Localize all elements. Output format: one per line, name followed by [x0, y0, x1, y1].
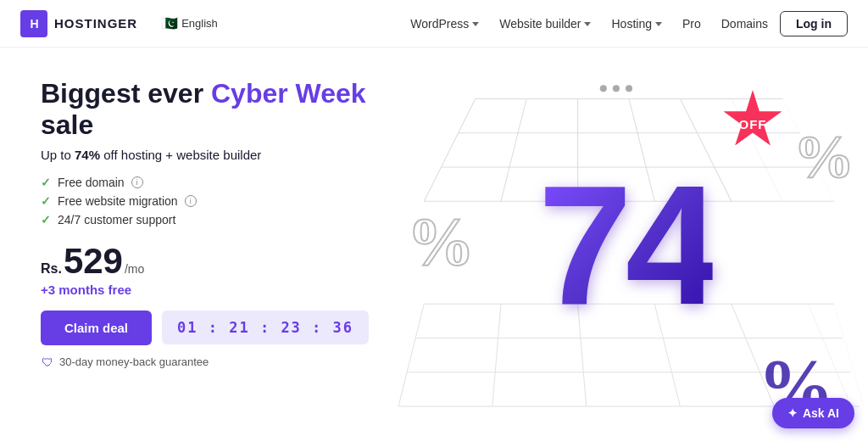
logo-area[interactable]: H HOSTINGER [20, 10, 137, 37]
info-icon[interactable]: i [131, 176, 143, 188]
price-currency: Rs. [41, 261, 62, 277]
check-icon: ✓ [41, 213, 51, 227]
percent-left-decoration: % [407, 208, 475, 276]
logo-text: HOSTINGER [54, 16, 137, 31]
nav-links: WordPress Website builder Hosting Pro Do… [402, 11, 848, 36]
nav-item-wordpress[interactable]: WordPress [402, 12, 487, 36]
svg-line-15 [398, 304, 424, 406]
hero-subheadline: Up to 74% off hosting + website builder [41, 148, 370, 162]
check-icon: ✓ [41, 176, 51, 189]
info-icon[interactable]: i [185, 195, 197, 207]
svg-point-24 [626, 85, 632, 92]
chevron-down-icon [584, 22, 591, 26]
star-icon: ✦ [787, 406, 798, 420]
headline-colored: Cyber Week [211, 78, 366, 109]
nav-label-wordpress: WordPress [410, 17, 469, 31]
nav-label-domains: Domains [721, 17, 768, 31]
countdown-timer: 01 : 21 : 23 : 36 [162, 311, 369, 344]
headline-end: sale [41, 109, 93, 140]
headline-plain-start: Biggest ever [41, 78, 203, 109]
nav-label-website-builder: Website builder [499, 17, 581, 31]
big-74-text: 74 [538, 173, 713, 317]
guarantee-text: 🛡 30-day money-back guarantee [41, 355, 370, 369]
feature-label-free-domain: Free domain [58, 176, 125, 189]
svg-point-22 [600, 85, 607, 92]
price-amount: 529 [64, 243, 123, 279]
svg-line-4 [424, 98, 475, 201]
ask-ai-button[interactable]: ✦ Ask AI [772, 398, 854, 428]
nav-item-website-builder[interactable]: Website builder [491, 12, 599, 36]
claim-deal-button[interactable]: Claim deal [41, 311, 152, 345]
svg-line-21 [834, 304, 864, 406]
feature-support: ✓ 24/7 customer support [41, 213, 370, 227]
price-period: /mo [125, 262, 144, 276]
hero-left-panel: Biggest ever Cyber Week sale Up to 74% o… [0, 48, 390, 442]
feature-free-migration: ✓ Free website migration i [41, 194, 370, 208]
svg-point-23 [613, 85, 620, 92]
feature-free-domain: ✓ Free domain i [41, 176, 370, 189]
feature-list: ✓ Free domain i ✓ Free website migration… [41, 176, 370, 227]
price-row: Rs. 529 /mo [41, 243, 370, 279]
hero-illustration: % % 74 % OFF [390, 48, 868, 442]
off-badge-text: OFF [739, 117, 767, 131]
subheadline-prefix: Up to [41, 148, 71, 162]
main-content: Biggest ever Cyber Week sale Up to 74% o… [0, 48, 868, 442]
pricing-section: Rs. 529 /mo [41, 243, 370, 279]
logo-icon: H [20, 10, 47, 37]
chevron-down-icon [472, 22, 479, 26]
feature-label-support: 24/7 customer support [58, 213, 175, 227]
feature-label-free-migration: Free website migration [58, 194, 178, 208]
svg-line-16 [492, 304, 501, 406]
subheadline-suffix: off hosting + website builder [103, 148, 261, 162]
nav-item-domains[interactable]: Domains [713, 12, 776, 36]
check-icon: ✓ [41, 194, 51, 208]
nav-item-pro[interactable]: Pro [674, 12, 709, 36]
subheadline-percent: 74% [75, 148, 100, 162]
language-selector[interactable]: 🇵🇰 English [154, 12, 225, 35]
shield-icon: 🛡 [41, 355, 54, 369]
percent-right-decoration: % [793, 126, 854, 187]
svg-line-5 [501, 98, 526, 201]
guarantee-label: 30-day money-back guarantee [59, 355, 209, 368]
cta-row: Claim deal 01 : 21 : 23 : 36 [41, 311, 370, 345]
nav-label-pro: Pro [682, 17, 701, 31]
flag-icon: 🇵🇰 [161, 15, 178, 31]
chevron-down-icon [655, 22, 662, 26]
nav-label-hosting: Hosting [611, 17, 651, 31]
nav-item-hosting[interactable]: Hosting [603, 12, 670, 36]
hero-headline: Biggest ever Cyber Week sale [41, 78, 370, 141]
language-label: English [181, 17, 218, 30]
navbar: H HOSTINGER 🇵🇰 English WordPress Website… [0, 0, 868, 48]
login-button[interactable]: Log in [780, 11, 848, 36]
price-bonus: +3 months free [41, 283, 370, 297]
ask-ai-label: Ask AI [803, 406, 839, 420]
